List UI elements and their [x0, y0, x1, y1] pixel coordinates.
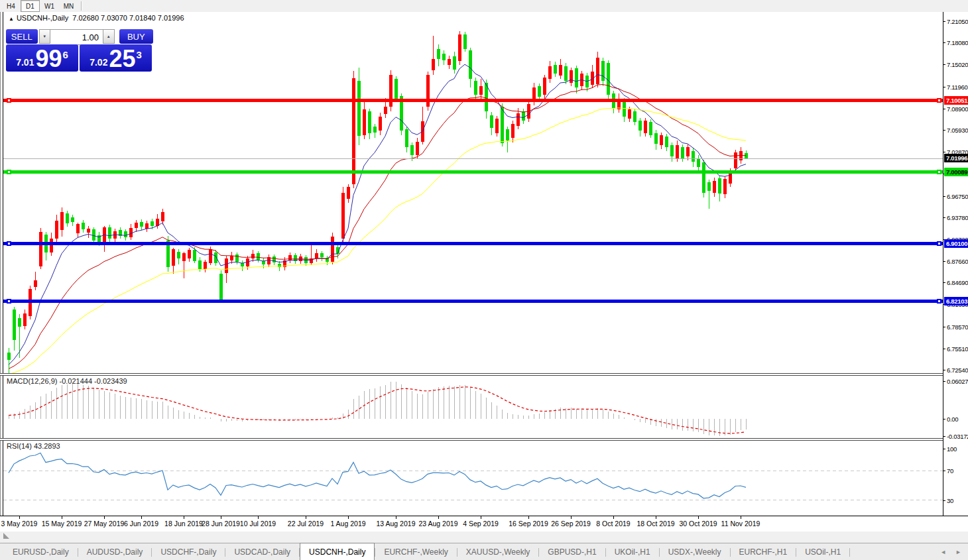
volume-increase-button[interactable]: ▲ [103, 29, 115, 44]
pane-resize-grip-icon[interactable] [3, 533, 9, 539]
symbol-tab-eurchf[interactable]: EURCHF-,Weekly [375, 543, 456, 560]
rsi-axis-label: 100 [947, 445, 957, 453]
price-axis-tick [943, 42, 945, 43]
date-axis-label: 3 May 2019 [1, 520, 38, 528]
price-axis-tick [943, 217, 945, 218]
date-axis-tick [19, 516, 20, 519]
macd-indicator-canvas [3, 375, 943, 439]
date-axis-label: 10 Jul 2019 [240, 520, 276, 528]
symbol-tab-usdx[interactable]: USDX-,Weekly [660, 543, 730, 560]
date-axis-tick [438, 516, 439, 519]
date-axis-label: 18 Oct 2019 [636, 520, 674, 528]
date-axis-tick [741, 516, 741, 519]
price-axis-label: 6.93780 [947, 214, 968, 221]
date-axis-tick [221, 516, 221, 519]
chart-ohlc-values: 7.02680 7.03070 7.01840 7.01996 [72, 14, 184, 22]
sell-price-pip: 6 [62, 49, 68, 60]
date-axis-label: 11 Nov 2019 [721, 520, 760, 528]
date-axis-label: 13 Aug 2019 [377, 520, 416, 528]
price-axis-label: 6.75510 [947, 345, 968, 353]
date-axis[interactable]: 3 May 2019 15 May 2019 27 May 2019 6 Jun… [0, 516, 968, 532]
date-axis-tick [396, 516, 396, 519]
date-axis-label: 27 May 2019 [84, 520, 125, 528]
symbol-tab-xauusd[interactable]: XAUUSD-,Weekly [457, 543, 538, 560]
tab-separator [849, 548, 850, 557]
macd-axis-label: 0.060273 [947, 378, 968, 385]
hline-price-badge: 7.00089 [944, 168, 968, 176]
chart-symbol-header: ▲USDCNH-,Daily 7.02680 7.03070 7.01840 7… [9, 14, 184, 22]
symbol-tab-usdcnh[interactable]: USDCNH-,Daily [300, 543, 375, 560]
sell-price-big: 99 [35, 48, 62, 70]
price-axis-label: 7.21050 [947, 18, 968, 25]
price-axis-tick [943, 196, 945, 197]
date-axis-label: 23 Aug 2019 [419, 520, 458, 528]
timeframe-button-mn[interactable]: MN [59, 0, 78, 12]
buy-button[interactable]: BUY [119, 29, 153, 44]
buy-quote-box[interactable]: 7.02 25 3 [80, 44, 152, 72]
date-axis-label: 8 Oct 2019 [596, 520, 630, 528]
symbol-tab-eurusd[interactable]: EURUSD-,Daily [4, 543, 78, 560]
price-axis[interactable]: 7.210507.180807.150207.119607.089007.059… [943, 12, 968, 528]
symbol-tab-eurchf[interactable]: EURCHF-,H1 [731, 543, 796, 560]
current-price-badge: 7.01996 [944, 154, 968, 162]
date-axis-tick [571, 516, 572, 519]
macd-indicator-label: MACD(12,26,9) -0.021444 -0.023439 [7, 377, 127, 385]
price-axis-label: 7.15020 [947, 61, 968, 68]
tab-scroll-right-icon[interactable]: ► [955, 549, 961, 555]
date-axis-label: 28 Jun 2019 [202, 520, 240, 528]
date-axis-label: 6 Jun 2019 [124, 520, 158, 528]
volume-input[interactable] [50, 29, 103, 45]
one-click-trade-panel: SELL ▼ ▲ BUY 7.01 99 6 7.02 25 3 [6, 29, 153, 72]
date-axis-tick [481, 516, 481, 519]
timeframe-button-d1[interactable]: D1 [21, 0, 40, 12]
date-axis-tick [613, 516, 614, 519]
sell-quote-box[interactable]: 7.01 99 6 [6, 44, 78, 72]
date-axis-label: 26 Sep 2019 [551, 520, 591, 528]
price-axis-label: 6.96750 [947, 193, 968, 200]
symbol-tab-usdchf[interactable]: USDCHF-,Daily [152, 543, 225, 560]
price-axis-tick [943, 370, 945, 370]
symbol-tab-ukoil[interactable]: UKOil-,H1 [606, 543, 659, 560]
rsi-indicator-label: RSI(14) 43.2893 [7, 442, 60, 450]
price-axis-tick [943, 327, 945, 327]
date-axis-tick [656, 516, 656, 519]
price-axis-label: 7.05930 [947, 127, 968, 134]
date-axis-tick [528, 516, 529, 519]
rsi-axis-tick [943, 471, 945, 471]
date-axis-tick [62, 516, 62, 519]
price-axis-label: 7.11960 [947, 84, 968, 91]
price-axis-label: 6.72540 [947, 366, 968, 374]
date-axis-tick [348, 516, 349, 519]
date-axis-label: 18 Jun 2019 [164, 520, 203, 528]
trading-terminal-window: H4D1W1MN ▲USDCNH-,Daily 7.02680 7.03070 … [0, 0, 968, 560]
symbol-tab-gbpusd[interactable]: GBPUSD-,H1 [539, 543, 605, 560]
sell-price-prefix: 7.01 [16, 57, 34, 68]
volume-decrease-button[interactable]: ▼ [39, 29, 51, 44]
timeframe-toolbar: H4D1W1MN [0, 0, 968, 13]
collapse-triangle-icon[interactable]: ▲ [9, 16, 14, 22]
buy-price-prefix: 7.02 [90, 57, 107, 68]
price-axis-tick [943, 21, 945, 22]
price-axis-tick [943, 349, 945, 349]
date-axis-label: 4 Sep 2019 [463, 520, 499, 528]
timeframe-button-h4[interactable]: H4 [1, 0, 21, 12]
sell-button[interactable]: SELL [6, 29, 38, 44]
date-axis-label: 30 Oct 2019 [679, 520, 717, 528]
chart-tab-bar: EURUSD-,DailyAUDUSD-,DailyUSDCHF-,DailyU… [0, 543, 968, 560]
rsi-axis-tick [943, 500, 945, 501]
price-axis-label: 6.84690 [947, 279, 968, 286]
date-axis-tick [306, 516, 306, 519]
symbol-tab-audusd[interactable]: AUDUSD-,Daily [78, 543, 152, 560]
macd-axis-label: 0.00 [947, 416, 958, 423]
price-axis-label: 6.87660 [947, 258, 968, 265]
symbol-tab-usdcad[interactable]: USDCAD-,Daily [225, 543, 299, 560]
hline-price-badge: 6.82103 [944, 297, 968, 306]
date-axis-tick [141, 516, 142, 519]
symbol-tab-usoil[interactable]: USOil-,H1 [796, 543, 849, 560]
price-axis-tick [943, 282, 945, 283]
date-axis-tick [104, 516, 105, 519]
tab-scroll-left-icon[interactable]: ◄ [940, 549, 946, 555]
rsi-indicator-canvas [3, 440, 943, 528]
timeframe-button-w1[interactable]: W1 [40, 0, 59, 12]
price-axis-label: 6.78570 [947, 323, 968, 331]
